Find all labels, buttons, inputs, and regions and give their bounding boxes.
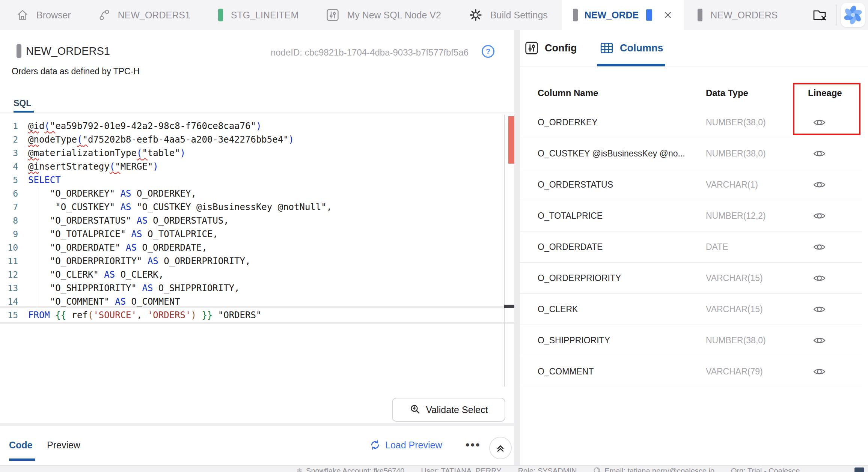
collapse-panel-button[interactable] — [489, 437, 512, 459]
line-number: 11 — [0, 254, 22, 268]
node-type-bar-icon — [17, 44, 21, 58]
validate-select-button[interactable]: Validate Select — [392, 398, 505, 422]
gear-icon — [469, 8, 482, 22]
lineage-eye-icon[interactable] — [793, 294, 845, 325]
editor-resize-handle[interactable] — [504, 305, 514, 308]
help-icon[interactable]: ? — [481, 44, 495, 59]
config-icon — [525, 41, 538, 55]
top-tab-my-new-sql-node-v2[interactable]: My New SQL Node V2 — [312, 0, 455, 30]
code-line-7: 7 "O_CUSTKEY" AS "O_CUSTKEY @isBusinessK… — [0, 200, 514, 214]
column-data-type: VARCHAR(79) — [706, 356, 763, 387]
close-project-folder-icon[interactable] — [812, 8, 828, 22]
header-column-name: Column Name — [538, 79, 598, 107]
line-number: 8 — [0, 214, 22, 227]
code-line-14: 14 "O_COMMENT" AS O_COMMENT — [0, 295, 514, 308]
tab-label: Browser — [36, 10, 71, 21]
line-number: 3 — [0, 146, 22, 160]
line-content: "O_CUSTKEY" AS "O_CUSTKEY @isBusinessKey… — [28, 200, 332, 214]
line-number: 13 — [0, 281, 22, 295]
column-name[interactable]: O_SHIPPRIORITY — [538, 325, 610, 356]
column-row-o_custkey: O_CUSTKEY @isBusinessKey @no...NUMBER(38… — [520, 138, 862, 169]
code-line-6: 6 "O_ORDERKEY" AS O_ORDERKEY, — [0, 187, 514, 200]
column-row-o_shippriority: O_SHIPPRIORITYNUMBER(38,0) — [520, 325, 862, 356]
status-org: Org: Trial - Coalesce — [731, 467, 800, 472]
lineage-eye-icon[interactable] — [793, 169, 845, 200]
line-content: SELECT — [28, 173, 61, 187]
line-content: @materializationType("table") — [28, 146, 185, 160]
column-row-o_totalprice: O_TOTALPRICENUMBER(12,2) — [520, 200, 862, 231]
column-name[interactable]: O_ORDERKEY — [538, 107, 598, 138]
lineage-eye-icon[interactable] — [793, 231, 845, 262]
status-corner-icon — [854, 467, 864, 472]
node-config-panel: ConfigColumns Column Name Data Type Line… — [520, 30, 868, 465]
node-bar-icon — [698, 9, 702, 21]
line-content: @nodeType("d75202b8-eefb-4aa5-a200-3e422… — [28, 133, 294, 146]
node-title: NEW_ORDERS1 — [26, 45, 110, 57]
column-data-type: NUMBER(38,0) — [706, 107, 766, 138]
lineage-eye-icon[interactable] — [793, 263, 845, 293]
column-name[interactable]: O_ORDERSTATUS — [538, 169, 613, 200]
column-name[interactable]: O_ORDERDATE — [538, 231, 603, 262]
graph-icon — [99, 9, 110, 21]
editor-top-border — [0, 113, 514, 113]
columns-table-header: Column Name Data Type Lineage — [520, 79, 868, 107]
lineage-eye-icon[interactable] — [793, 138, 845, 169]
column-name[interactable]: O_CLERK — [538, 294, 578, 325]
tab-label: NEW_ORDERS — [710, 10, 778, 21]
column-name[interactable]: O_COMMENT — [538, 356, 594, 387]
line-number: 1 — [0, 119, 22, 133]
top-tab-new-orders1[interactable]: NEW_ORDERS1 — [85, 0, 204, 30]
lineage-eye-icon[interactable] — [793, 200, 845, 231]
top-tab-new-orde[interactable]: NEW_ORDE — [562, 0, 684, 30]
tab-code[interactable]: Code — [9, 426, 33, 464]
line-number: 7 — [0, 200, 22, 214]
coalesce-swirl-icon — [593, 467, 601, 472]
line-content: "O_SHIPPRIORITY" AS O_SHIPPRIORITY, — [28, 281, 240, 295]
coalesce-pinwheel-icon — [842, 4, 864, 26]
tab-label: STG_LINEITEM — [231, 10, 299, 21]
node-title-bar: NEW_ORDERS1 — [17, 44, 110, 58]
column-row-o_orderstatus: O_ORDERSTATUSVARCHAR(1) — [520, 169, 862, 200]
node-bar-icon — [218, 9, 223, 21]
top-tab-build-settings[interactable]: Build Settings — [455, 0, 562, 30]
column-row-o_comment: O_COMMENTVARCHAR(79) — [520, 356, 862, 387]
status-user: User: TATIANA_PERRY — [421, 467, 502, 472]
tab-sql[interactable]: SQL — [14, 98, 31, 108]
column-name[interactable]: O_ORDERPRIORITY — [538, 263, 621, 293]
tab-config[interactable]: Config — [525, 30, 577, 66]
top-tab-bar: BrowserNEW_ORDERS1STG_LINEITEMMy New SQL… — [0, 0, 868, 30]
node-bar-icon — [573, 9, 578, 21]
bottom-tab-bar: Code Preview Load Preview ••• — [0, 426, 514, 465]
lineage-eye-icon[interactable] — [793, 356, 845, 387]
code-line-5: 5SELECT — [0, 173, 514, 187]
more-options-button[interactable]: ••• — [466, 426, 481, 464]
tab-close-icon[interactable] — [663, 11, 672, 20]
line-number: 15 — [0, 308, 22, 322]
status-role: Role: SYSADMIN — [518, 467, 577, 472]
column-name[interactable]: O_TOTALPRICE — [538, 200, 603, 231]
line-number: 10 — [0, 241, 22, 254]
line-content: "O_ORDERPRIORITY" AS O_ORDERPRIORITY, — [28, 254, 250, 268]
tab-preview[interactable]: Preview — [47, 426, 80, 464]
status-items: ❄Snowflake Account: fke56740User: TATIAN… — [297, 467, 800, 472]
double-chevron-up-icon — [494, 442, 506, 454]
status-bar: ❄Snowflake Account: fke56740User: TATIAN… — [0, 465, 868, 472]
load-preview-button[interactable]: Load Preview — [369, 426, 442, 464]
code-line-13: 13 "O_SHIPPRIORITY" AS O_SHIPPRIORITY, — [0, 281, 514, 295]
editor-error-marker — [508, 116, 514, 164]
lineage-eye-icon[interactable] — [793, 107, 845, 138]
line-content: "O_CLERK" AS O_CLERK, — [28, 268, 164, 281]
top-tab-stg-lineitem[interactable]: STG_LINEITEM — [204, 0, 313, 30]
top-tab-new-orders[interactable]: NEW_ORDERS — [684, 0, 791, 30]
lineage-eye-icon[interactable] — [793, 325, 845, 356]
column-name[interactable]: O_CUSTKEY @isBusinessKey @no... — [538, 138, 685, 169]
line-number: 14 — [0, 295, 22, 308]
panel-splitter[interactable] — [514, 30, 520, 465]
top-tab-browser[interactable]: Browser — [3, 0, 85, 30]
node-description: Orders data as defined by TPC-H — [12, 66, 140, 77]
column-data-type: VARCHAR(15) — [706, 263, 763, 293]
code-line-12: 12 "O_CLERK" AS O_CLERK, — [0, 268, 514, 281]
sql-code-editor[interactable]: 1@id("ea59b792-01e9-42a2-98c8-f760ce8caa… — [0, 115, 514, 355]
code-line-9: 9 "O_TOTALPRICE" AS O_TOTALPRICE, — [0, 227, 514, 241]
tab-columns[interactable]: Columns — [600, 30, 663, 66]
